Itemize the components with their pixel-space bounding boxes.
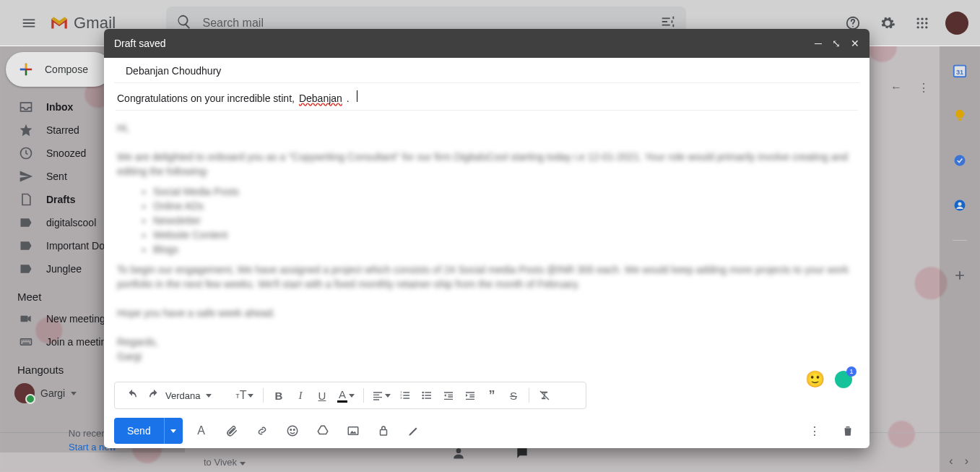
align-button[interactable]: [369, 385, 394, 406]
hangouts-avatar: [14, 383, 35, 403]
svg-point-10: [925, 26, 927, 28]
svg-rect-17: [958, 119, 962, 121]
svg-point-24: [422, 392, 424, 394]
sidebar-item-label: New meeting: [46, 313, 105, 325]
svg-point-29: [293, 429, 295, 431]
toggle-fullscreen-button[interactable]: ⤡: [832, 38, 841, 49]
quote-button[interactable]: ”: [482, 385, 502, 406]
italic-button[interactable]: I: [290, 385, 311, 406]
indent-more-button[interactable]: [460, 385, 480, 406]
remove-format-icon: [539, 390, 550, 401]
sidebar-item-label: Inbox: [46, 101, 73, 113]
font-family-select[interactable]: Verdana: [165, 390, 230, 401]
paperclip-icon: [225, 424, 238, 437]
insert-signature-button[interactable]: [402, 419, 425, 442]
gmail-logo-icon: [49, 15, 69, 31]
compose-dialog-header[interactable]: Draft saved ─ ⤡ ✕: [104, 29, 870, 58]
hangouts-user-name: Gargi: [40, 387, 65, 399]
account-avatar[interactable]: [945, 12, 968, 35]
clock-icon: [19, 146, 33, 160]
search-input[interactable]: [202, 17, 660, 30]
svg-rect-31: [380, 430, 386, 436]
svg-text:31: 31: [956, 69, 963, 76]
attach-file-button[interactable]: [220, 419, 243, 442]
svg-point-5: [917, 22, 919, 24]
apps-grid-icon: [915, 16, 929, 30]
keyboard-icon: [19, 335, 33, 349]
confidential-mode-button[interactable]: [372, 419, 395, 442]
calendar-icon: 31: [952, 63, 968, 79]
underline-button[interactable]: U: [312, 385, 332, 406]
toggle-formatting-button[interactable]: A: [190, 419, 213, 442]
formatting-toolbar: Verdana тT B I U A 123 ” S: [114, 382, 586, 409]
hamburger-icon: [21, 15, 37, 31]
strikethrough-button[interactable]: S: [503, 385, 524, 406]
indent-less-icon: [443, 390, 454, 401]
file-icon: [19, 192, 33, 207]
svg-text:3: 3: [400, 396, 402, 400]
plus-icon: [953, 268, 967, 283]
subject-text-prefix: Congratulations on your incredible stint…: [117, 93, 295, 104]
text-color-button[interactable]: A: [334, 385, 358, 406]
bulleted-list-button[interactable]: [417, 385, 437, 406]
font-size-button[interactable]: тT: [232, 385, 258, 406]
text-cursor: [357, 90, 357, 102]
insert-emoji-button[interactable]: 🙂: [805, 370, 825, 389]
compose-action-bar: Send A ⋮: [104, 413, 870, 448]
svg-point-27: [287, 426, 298, 436]
svg-point-4: [925, 17, 927, 20]
keep-addon[interactable]: [945, 101, 974, 130]
svg-point-7: [925, 22, 927, 24]
compose-to-field[interactable]: Debanjan Choudhury: [114, 58, 859, 83]
insert-drive-button[interactable]: [311, 419, 334, 442]
italic-icon: I: [299, 390, 303, 402]
compose-more-options-button[interactable]: ⋮: [803, 419, 826, 442]
chevron-down-icon: [71, 392, 77, 395]
svg-point-18: [955, 155, 966, 166]
tasks-addon[interactable]: [945, 146, 974, 175]
label-icon: [19, 215, 33, 230]
compose-dialog-title: Draft saved: [114, 38, 166, 49]
emoji-icon: [286, 424, 299, 437]
discard-draft-button[interactable]: [836, 419, 859, 442]
settings-button[interactable]: [873, 9, 902, 38]
label-icon: [19, 239, 33, 253]
insert-link-button[interactable]: [251, 419, 274, 442]
bold-button[interactable]: B: [269, 385, 289, 406]
trash-icon: [841, 424, 854, 437]
subject-text-suffix: .: [347, 93, 350, 104]
sidebar-item-label: Sent: [46, 171, 67, 182]
svg-point-26: [422, 398, 424, 400]
compose-subject-field[interactable]: Congratulations on your incredible stint…: [116, 83, 858, 111]
contacts-addon[interactable]: [945, 191, 974, 220]
star-icon: [19, 123, 33, 137]
send-options-button[interactable]: [164, 418, 183, 444]
grammarly-button[interactable]: [835, 371, 852, 388]
close-button[interactable]: ✕: [851, 38, 859, 49]
sidebar-item-label: Snoozed: [46, 147, 86, 159]
minimize-button[interactable]: ─: [815, 38, 822, 49]
undo-button[interactable]: [122, 385, 142, 406]
remove-formatting-button[interactable]: [534, 385, 555, 406]
svg-point-3: [921, 17, 923, 20]
main-menu-button[interactable]: [12, 6, 46, 40]
insert-photo-button[interactable]: [342, 419, 365, 442]
sidebar-item-label: Starred: [46, 124, 79, 136]
svg-point-28: [290, 429, 292, 431]
send-button[interactable]: Send: [114, 418, 164, 444]
bold-icon: B: [275, 390, 283, 402]
compose-dialog: Draft saved ─ ⤡ ✕ Debanjan Choudhury Con…: [104, 29, 870, 448]
svg-point-9: [921, 26, 923, 28]
insert-emoji-toolbar-button[interactable]: [281, 419, 304, 442]
sidebar-item-label: digitalscool: [46, 217, 96, 228]
google-apps-button[interactable]: [908, 9, 937, 38]
compose-button[interactable]: Compose: [6, 52, 111, 87]
indent-less-button[interactable]: [438, 385, 459, 406]
redo-button[interactable]: [144, 385, 164, 406]
svg-rect-13: [21, 339, 32, 345]
calendar-addon[interactable]: 31: [945, 56, 974, 85]
numbered-list-button[interactable]: 123: [395, 385, 415, 406]
compose-body[interactable]: Hi, We are delighted to onboard you as a…: [104, 111, 870, 382]
get-addons-button[interactable]: [945, 261, 974, 290]
subject-text-name: Debanjan: [299, 93, 342, 104]
